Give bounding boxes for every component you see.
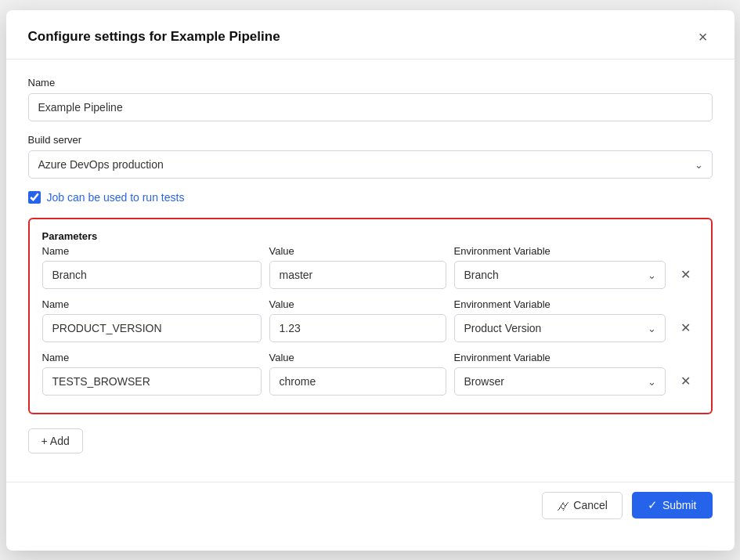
- param-2-delete-button[interactable]: ✕: [673, 317, 698, 338]
- param-1-value-input[interactable]: [269, 261, 446, 289]
- name-input[interactable]: [28, 93, 713, 121]
- submit-label: Submit: [662, 499, 697, 511]
- param-header-row-2: Name Value Environment Variable: [42, 298, 698, 314]
- param-3-value-input[interactable]: [269, 367, 446, 396]
- param-name-col-header-2: Name: [42, 298, 262, 310]
- build-server-select[interactable]: Azure DevOps production: [28, 150, 713, 179]
- param-value-col-header-3: Value: [269, 352, 446, 363]
- param-env-col-header-2: Environment Variable: [454, 298, 666, 310]
- param-1-env-select-wrapper: Branch ⌄: [454, 261, 666, 289]
- param-row-2: Product Version ⌄ ✕: [42, 314, 698, 342]
- param-env-col-header-3: Environment Variable: [454, 352, 666, 363]
- build-server-label: Build server: [28, 134, 713, 146]
- param-value-col-header-2: Value: [269, 298, 446, 310]
- param-2-env-select[interactable]: Product Version: [454, 314, 666, 342]
- cancel-label: Cancel: [573, 499, 608, 511]
- run-tests-checkbox[interactable]: [28, 191, 41, 204]
- build-server-select-wrapper: Azure DevOps production ⌄: [28, 150, 713, 179]
- cancel-icon: ⌭: [557, 499, 569, 512]
- param-name-col-header: Name: [42, 245, 262, 257]
- param-row-3: Browser ⌄ ✕: [42, 367, 698, 396]
- build-server-field-row: Build server Azure DevOps production ⌄: [28, 134, 713, 179]
- param-3-env-select-wrapper: Browser ⌄: [454, 367, 666, 396]
- name-field-row: Name: [28, 77, 713, 121]
- param-env-col-header: Environment Variable: [454, 245, 666, 257]
- param-name-col-header-3: Name: [42, 352, 262, 363]
- param-1-name-input[interactable]: [42, 261, 262, 289]
- configure-pipeline-modal: Configure settings for Example Pipeline …: [6, 10, 735, 551]
- checkbox-row: Job can be used to run tests: [28, 191, 713, 204]
- param-header-row: Name Value Environment Variable: [42, 245, 698, 261]
- param-2-env-select-wrapper: Product Version ⌄: [454, 314, 666, 342]
- param-1-env-select[interactable]: Branch: [454, 261, 666, 289]
- parameters-box: Parameters Name Value Environment Variab…: [28, 218, 713, 414]
- name-label: Name: [28, 77, 713, 89]
- modal-body: Name Build server Azure DevOps productio…: [6, 60, 735, 482]
- param-1-delete-button[interactable]: ✕: [673, 264, 698, 285]
- param-3-delete-button[interactable]: ✕: [673, 370, 698, 392]
- param-2-name-input[interactable]: [42, 314, 262, 342]
- close-button[interactable]: ×: [694, 27, 713, 46]
- param-3-env-select[interactable]: Browser: [454, 367, 666, 396]
- param-header-row-3: Name Value Environment Variable: [42, 352, 698, 367]
- add-parameter-button[interactable]: + Add: [28, 428, 83, 453]
- run-tests-label[interactable]: Job can be used to run tests: [47, 191, 185, 204]
- submit-button[interactable]: ✓ Submit: [632, 492, 713, 518]
- modal-title: Configure settings for Example Pipeline: [28, 29, 280, 45]
- modal-header: Configure settings for Example Pipeline …: [6, 10, 735, 60]
- cancel-button[interactable]: ⌭ Cancel: [542, 492, 623, 519]
- param-3-name-input[interactable]: [42, 367, 262, 396]
- param-row-1: Branch ⌄ ✕: [42, 261, 698, 289]
- parameters-title: Parameters: [42, 230, 698, 242]
- param-value-col-header: Value: [269, 245, 446, 257]
- submit-check-icon: ✓: [648, 498, 658, 512]
- modal-footer: ⌭ Cancel ✓ Submit: [6, 482, 735, 535]
- param-2-value-input[interactable]: [269, 314, 446, 342]
